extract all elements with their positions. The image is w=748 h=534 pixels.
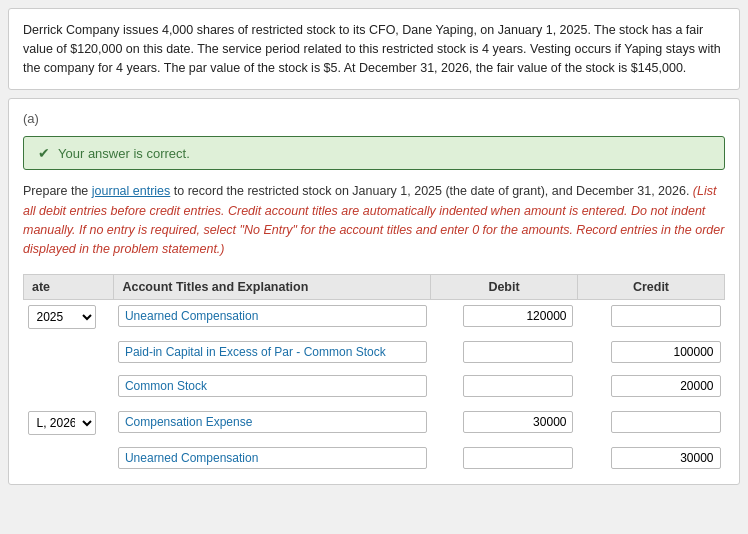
credit-cell-4[interactable] xyxy=(577,444,724,472)
header-account: Account Titles and Explanation xyxy=(114,274,431,299)
checkmark-icon: ✔ xyxy=(38,145,50,161)
debit-cell-0[interactable] xyxy=(431,299,578,332)
debit-input-3[interactable] xyxy=(463,411,573,433)
account-cell-1[interactable] xyxy=(114,338,431,366)
account-cell-4[interactable] xyxy=(114,444,431,472)
date-select-0[interactable]: 2025 xyxy=(28,305,96,329)
credit-cell-1[interactable] xyxy=(577,338,724,366)
instruction-text: Prepare the journal entries to record th… xyxy=(23,182,725,260)
date-cell-3[interactable]: L, 2026 xyxy=(24,406,114,438)
account-input-3[interactable] xyxy=(118,411,427,433)
header-date: ate xyxy=(24,274,114,299)
account-input-4[interactable] xyxy=(118,447,427,469)
credit-input-2[interactable] xyxy=(611,375,721,397)
correct-banner: ✔ Your answer is correct. xyxy=(23,136,725,170)
credit-input-3[interactable] xyxy=(611,411,721,433)
instruction-part2: to record the restricted stock on Januar… xyxy=(170,184,693,198)
instruction-part1: Prepare the xyxy=(23,184,92,198)
debit-cell-3[interactable] xyxy=(431,406,578,438)
credit-input-1[interactable] xyxy=(611,341,721,363)
section-card: (a) ✔ Your answer is correct. Prepare th… xyxy=(8,98,740,485)
debit-input-2[interactable] xyxy=(463,375,573,397)
date-cell-4 xyxy=(24,444,114,472)
section-label: (a) xyxy=(23,111,725,126)
header-credit: Credit xyxy=(577,274,724,299)
date-cell-0[interactable]: 2025 xyxy=(24,299,114,332)
debit-input-1[interactable] xyxy=(463,341,573,363)
debit-cell-2[interactable] xyxy=(431,372,578,400)
date-cell-1 xyxy=(24,338,114,366)
credit-input-4[interactable] xyxy=(611,447,721,469)
journal-entries-link[interactable]: journal entries xyxy=(92,184,171,198)
credit-input-0[interactable] xyxy=(611,305,721,327)
debit-cell-4[interactable] xyxy=(431,444,578,472)
correct-text: Your answer is correct. xyxy=(58,146,190,161)
account-input-2[interactable] xyxy=(118,375,427,397)
debit-input-0[interactable] xyxy=(463,305,573,327)
date-select-3[interactable]: L, 2026 xyxy=(28,411,96,435)
credit-cell-2[interactable] xyxy=(577,372,724,400)
account-input-0[interactable] xyxy=(118,305,427,327)
account-cell-0[interactable] xyxy=(114,299,431,332)
account-cell-3[interactable] xyxy=(114,406,431,438)
account-cell-2[interactable] xyxy=(114,372,431,400)
problem-text: Derrick Company issues 4,000 shares of r… xyxy=(23,21,725,77)
account-input-1[interactable] xyxy=(118,341,427,363)
journal-table: ate Account Titles and Explanation Debit… xyxy=(23,274,725,472)
debit-cell-1[interactable] xyxy=(431,338,578,366)
header-debit: Debit xyxy=(431,274,578,299)
credit-cell-3[interactable] xyxy=(577,406,724,438)
date-cell-2 xyxy=(24,372,114,400)
debit-input-4[interactable] xyxy=(463,447,573,469)
problem-card: Derrick Company issues 4,000 shares of r… xyxy=(8,8,740,90)
credit-cell-0[interactable] xyxy=(577,299,724,332)
